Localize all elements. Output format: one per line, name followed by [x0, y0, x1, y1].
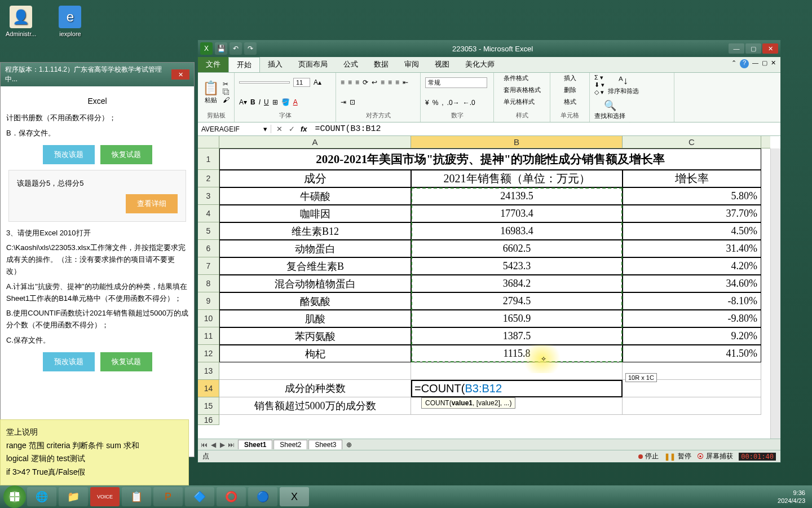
indent-inc-icon[interactable]: ⇥	[341, 98, 346, 106]
preview-button-2[interactable]: 预改该题	[43, 352, 95, 371]
currency-icon[interactable]: ¥	[425, 99, 429, 107]
cell[interactable]: 动物蛋白	[219, 240, 411, 257]
detail-button[interactable]: 查看详细	[126, 194, 178, 213]
formula-input[interactable]: =COUNT(B3:B12	[312, 124, 780, 134]
font-color-icon[interactable]: A	[293, 98, 298, 106]
sheet-tab[interactable]: Sheet3	[308, 440, 342, 449]
cell[interactable]: 1115.8	[411, 345, 623, 362]
task-explorer[interactable]: 📁	[59, 487, 88, 506]
cell[interactable]: 牛磺酸	[219, 187, 411, 205]
percent-icon[interactable]: %	[433, 99, 439, 107]
tab-home[interactable]: 开始	[228, 57, 260, 72]
name-box-input[interactable]	[201, 125, 263, 133]
tab-beautify[interactable]: 美化大师	[457, 57, 502, 72]
select-all-corner[interactable]	[198, 136, 219, 148]
cell[interactable]: 4.50%	[623, 222, 761, 240]
align-center-icon[interactable]: ≡	[388, 78, 392, 86]
italic-icon[interactable]: I	[259, 98, 261, 106]
start-button[interactable]	[3, 485, 26, 508]
undo-icon[interactable]: ↶	[230, 42, 242, 55]
row-header[interactable]: 6	[198, 240, 219, 257]
stop-button[interactable]: 停止	[638, 452, 659, 461]
sheet-last-icon[interactable]: ⏭	[227, 441, 235, 449]
wrap-text-icon[interactable]: ↩	[372, 78, 377, 86]
row-header[interactable]: 9	[198, 292, 219, 310]
cell[interactable]	[623, 397, 761, 415]
tab-formulas[interactable]: 公式	[336, 57, 366, 72]
enter-icon[interactable]: ✓	[286, 125, 297, 133]
task-app3[interactable]: 🔵	[248, 487, 277, 506]
cancel-icon[interactable]: ✕	[273, 125, 285, 133]
task-app2[interactable]: 🔷	[185, 487, 214, 506]
cell[interactable]: 34.60%	[623, 275, 761, 292]
pause-button[interactable]: ❚❚暂停	[664, 452, 691, 461]
cell[interactable]	[219, 362, 411, 380]
row-header[interactable]: 10	[198, 310, 219, 327]
cell[interactable]: 37.70%	[623, 205, 761, 222]
task-powerpoint[interactable]: P	[153, 487, 183, 506]
autosum-icon[interactable]: Σ ▾	[594, 74, 604, 81]
close-icon[interactable]: ✕	[171, 69, 189, 80]
align-top-icon[interactable]: ≡	[341, 78, 345, 86]
cell[interactable]: 肌酸	[219, 310, 411, 327]
sticky-note[interactable]: 堂上说明 range 范围 criteria 判断条件 sum 求和 logic…	[0, 419, 189, 485]
fill-color-icon[interactable]: 🪣	[281, 98, 290, 106]
cell[interactable]: 枸杞	[219, 345, 411, 362]
cell[interactable]: 复合维生素B	[219, 257, 411, 275]
border-icon[interactable]: ⊞	[272, 98, 278, 106]
format-button[interactable]: 格式	[564, 98, 576, 106]
copy-icon[interactable]: ⿻	[223, 88, 230, 96]
row-header[interactable]: 7	[198, 257, 219, 275]
row-header[interactable]: 11	[198, 327, 219, 345]
dec-decimal-icon[interactable]: ←.0	[463, 99, 475, 107]
cell[interactable]: 成分的种类数	[219, 380, 411, 397]
align-left-icon[interactable]: ≡	[381, 78, 385, 86]
workbook-restore-icon[interactable]: ▢	[762, 59, 767, 70]
cell[interactable]: 31.40%	[623, 240, 761, 257]
cell[interactable]: 6602.5	[411, 240, 623, 257]
close-icon[interactable]: ✕	[762, 43, 778, 54]
cell[interactable]: -8.10%	[623, 292, 761, 310]
row-header[interactable]: 2	[198, 170, 219, 187]
sheet-next-icon[interactable]: ▶	[218, 441, 226, 449]
inc-decimal-icon[interactable]: .0→	[447, 99, 460, 107]
bold-icon[interactable]: B	[250, 98, 255, 106]
cell[interactable]: 1650.9	[411, 310, 623, 327]
col-header-b[interactable]: B	[411, 136, 623, 148]
tab-view[interactable]: 视图	[427, 57, 457, 72]
shrink-font-icon[interactable]: A▾	[239, 98, 247, 106]
col-header-c[interactable]: C	[623, 136, 761, 148]
fontsize-combo[interactable]: 11	[293, 78, 310, 87]
tab-review[interactable]: 审阅	[396, 57, 427, 72]
desktop-icon-admin[interactable]: 👤 Administr...	[6, 6, 36, 37]
cell[interactable]: 16983.4	[411, 222, 623, 240]
task-chrome[interactable]: ⭕	[217, 487, 246, 506]
delete-button[interactable]: 删除	[564, 86, 576, 94]
cell[interactable]: 9.20%	[623, 327, 761, 345]
tab-insert[interactable]: 插入	[260, 57, 290, 72]
row-header[interactable]: 4	[198, 205, 219, 222]
align-bot-icon[interactable]: ≡	[355, 78, 359, 86]
cell[interactable]: -9.80%	[623, 310, 761, 327]
comma-icon[interactable]: ,	[442, 99, 443, 107]
minimize-icon[interactable]: —	[729, 43, 744, 54]
format-painter-icon[interactable]: 🖌	[223, 96, 230, 104]
cell[interactable]: 41.50%	[623, 345, 761, 362]
row-header[interactable]: 8	[198, 275, 219, 292]
save-icon[interactable]: 💾	[215, 42, 227, 55]
sheet-first-icon[interactable]: ⏮	[200, 441, 208, 449]
task-ie[interactable]: 🌐	[27, 487, 56, 506]
clear-icon[interactable]: ◇ ▾	[594, 89, 604, 96]
cut-icon[interactable]: ✂	[223, 80, 230, 88]
tab-pagelayout[interactable]: 页面布局	[290, 57, 336, 72]
capture-button[interactable]: ⦿屏幕捕获	[697, 452, 733, 461]
task-excel[interactable]: X	[280, 487, 309, 506]
row-header[interactable]: 3	[198, 187, 219, 205]
number-format-combo[interactable]: 常规	[425, 77, 487, 88]
system-tray[interactable]: 9:36 2024/4/23	[778, 489, 809, 505]
row-header[interactable]: 1	[198, 148, 219, 170]
sort-icon[interactable]: ᴬ↓	[608, 75, 639, 87]
cell[interactable]: 3684.2	[411, 275, 623, 292]
cell[interactable]: 混合动物植物蛋白	[219, 275, 411, 292]
restore-button-2[interactable]: 恢复试题	[100, 352, 152, 371]
